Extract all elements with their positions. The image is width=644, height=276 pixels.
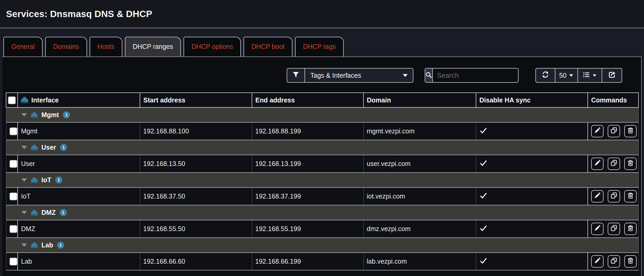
edit-button[interactable]: [591, 223, 604, 235]
trash-icon: [627, 127, 634, 135]
tab-dhcp-boot[interactable]: DHCP boot: [244, 37, 292, 56]
page-size-select[interactable]: 50: [555, 68, 578, 83]
delete-button[interactable]: [624, 125, 637, 137]
edit-button[interactable]: [591, 125, 604, 137]
collapse-caret-icon[interactable]: [21, 113, 27, 117]
search-addon: [425, 69, 433, 82]
tab-domains[interactable]: Domains: [45, 37, 87, 56]
checkmark-icon: [479, 128, 487, 135]
tab-general[interactable]: General: [3, 37, 43, 56]
cell-disable-ha-sync: [476, 220, 588, 238]
interface-group-row: Lab 1: [6, 238, 638, 253]
cell-commands: [588, 220, 638, 238]
collapse-caret-icon[interactable]: [21, 146, 27, 149]
cell-domain: iot.vezpi.com: [363, 188, 476, 205]
col-header-domain[interactable]: Domain: [363, 93, 476, 107]
dhcp-ranges-table: Interface Start address End address Doma…: [6, 92, 639, 270]
dhcp-range-row: Mgmt 192.168.88.100 192.168.88.199 mgmt.…: [6, 122, 638, 140]
interface-group-row: User 1: [6, 140, 638, 155]
edit-button[interactable]: [591, 190, 604, 202]
edit-button[interactable]: [591, 255, 604, 268]
tab-dhcp-options[interactable]: DHCP options: [184, 37, 241, 56]
cell-domain: dmz.vezpi.com: [363, 220, 476, 238]
row-checkbox[interactable]: [9, 192, 17, 200]
group-name: Lab: [42, 241, 53, 249]
group-name: Mgmt: [42, 111, 59, 119]
pencil-icon: [594, 160, 601, 168]
dhcp-range-row: User 192.168.13.50 192.168.13.199 user.v…: [6, 155, 638, 173]
search-icon: [425, 71, 432, 80]
tab-hosts[interactable]: Hosts: [90, 37, 122, 56]
table-body: Mgmt 1 Mgmt 192.168.88.100 192.168.88.19…: [6, 107, 638, 270]
clone-icon: [611, 225, 617, 233]
delete-button[interactable]: [624, 223, 637, 235]
row-select-cell: [6, 188, 18, 205]
cell-interface: Lab: [18, 253, 140, 270]
trash-icon: [627, 160, 634, 168]
cell-start-address: 192.168.37.50: [140, 188, 252, 205]
row-checkbox[interactable]: [9, 160, 17, 168]
cell-end-address: 192.168.37.199: [252, 188, 363, 205]
row-checkbox[interactable]: [9, 225, 17, 233]
delete-button[interactable]: [624, 190, 637, 202]
cell-start-address: 192.168.55.50: [140, 220, 252, 238]
col-header-start-address[interactable]: Start address: [140, 93, 252, 107]
interface-group-row: Mgmt 1: [6, 107, 638, 122]
cell-disable-ha-sync: [476, 188, 588, 205]
copy-button[interactable]: [608, 223, 620, 235]
export-button[interactable]: [602, 68, 622, 83]
clone-icon: [611, 127, 617, 135]
col-label-interface: Interface: [31, 96, 59, 104]
tab-label: Hosts: [98, 43, 114, 50]
collapse-caret-icon[interactable]: [21, 211, 27, 214]
refresh-icon: [542, 71, 549, 80]
refresh-button[interactable]: [535, 68, 555, 83]
filter-mode-select[interactable]: Tags & Interfaces: [305, 69, 413, 82]
search-group: [425, 68, 519, 83]
funnel-icon: [292, 71, 299, 79]
delete-button[interactable]: [624, 158, 637, 170]
copy-button[interactable]: [608, 255, 620, 268]
collapse-caret-icon[interactable]: [21, 243, 27, 247]
col-header-interface[interactable]: Interface: [18, 93, 140, 107]
col-header-disable-ha-sync[interactable]: Disable HA sync: [476, 93, 588, 107]
tab-label: DHCP ranges: [133, 43, 173, 50]
column-select-button[interactable]: [578, 68, 602, 83]
search-input[interactable]: [433, 69, 519, 82]
cell-disable-ha-sync: [476, 122, 588, 140]
select-all-checkbox[interactable]: [8, 96, 16, 104]
tab-dhcp-tags[interactable]: DHCP tags: [295, 37, 344, 56]
row-checkbox[interactable]: [9, 127, 17, 135]
copy-button[interactable]: [608, 125, 620, 137]
tab-dhcp-ranges[interactable]: DHCP ranges: [125, 37, 181, 56]
edit-button[interactable]: [591, 158, 604, 170]
cell-start-address: 192.168.88.100: [140, 122, 252, 140]
row-checkbox[interactable]: [9, 258, 17, 265]
filter-button[interactable]: [287, 69, 305, 82]
ethernet-icon: [31, 210, 38, 216]
trash-icon: [627, 257, 634, 265]
caret-down-icon: [569, 74, 573, 77]
cell-domain: user.vezpi.com: [363, 155, 476, 173]
table-header: Interface Start address End address Doma…: [6, 93, 638, 107]
caret-down-icon: [593, 74, 596, 76]
group-count-badge: 1: [57, 242, 64, 249]
clone-icon: [611, 257, 617, 265]
cell-commands: [588, 155, 638, 173]
copy-button[interactable]: [608, 190, 620, 202]
cell-end-address: 192.168.66.199: [252, 253, 363, 270]
cell-interface: IoT: [18, 188, 140, 205]
header-divider: [0, 28, 644, 28]
collapse-caret-icon[interactable]: [21, 178, 27, 182]
copy-button[interactable]: [608, 158, 620, 170]
col-header-end-address[interactable]: End address: [252, 93, 363, 107]
checkmark-icon: [479, 226, 487, 233]
trash-icon: [627, 225, 634, 233]
cell-commands: [588, 122, 638, 140]
delete-button[interactable]: [624, 255, 637, 268]
ethernet-icon: [31, 145, 38, 150]
cell-interface: DMZ: [18, 220, 140, 238]
row-select-cell: [6, 122, 18, 140]
group-name: DMZ: [42, 209, 56, 216]
grid-actions-group: 50: [535, 68, 622, 83]
